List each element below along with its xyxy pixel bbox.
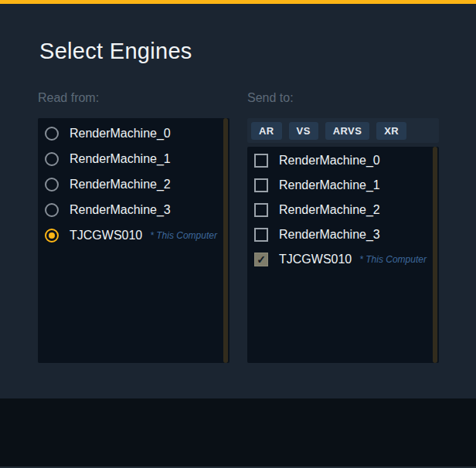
engine-name: RenderMachine_0 xyxy=(70,127,171,141)
engine-name: RenderMachine_0 xyxy=(279,154,380,168)
radio-button[interactable] xyxy=(45,127,59,141)
checkbox-list-item[interactable]: ✓TJCGWS010* This Computer xyxy=(247,247,439,272)
radio-list-item[interactable]: RenderMachine_1 xyxy=(38,146,230,171)
dialog-footer: Cancel Confirm xyxy=(0,398,476,468)
filter-chip-row: ARVSARVSXR xyxy=(247,118,439,143)
filter-chip-arvs[interactable]: ARVS xyxy=(325,122,369,140)
radio-list-item[interactable]: TJCGWS010* This Computer xyxy=(38,222,230,248)
filter-chip-vs[interactable]: VS xyxy=(289,122,318,140)
radio-list-item[interactable]: RenderMachine_2 xyxy=(38,171,230,197)
read-from-label: Read from: xyxy=(38,91,99,105)
radio-button[interactable] xyxy=(45,203,59,217)
send-to-label: Send to: xyxy=(247,91,294,105)
radio-list-item[interactable]: RenderMachine_0 xyxy=(38,120,230,146)
accent-top-bar xyxy=(0,0,476,4)
engine-name: RenderMachine_3 xyxy=(279,228,380,242)
this-computer-note: * This Computer xyxy=(150,230,217,241)
checkbox-list-item[interactable]: RenderMachine_2 xyxy=(247,198,439,222)
checkbox[interactable] xyxy=(254,228,268,242)
radio-list: RenderMachine_0RenderMachine_1RenderMach… xyxy=(38,118,230,248)
checkbox-list-item[interactable]: RenderMachine_1 xyxy=(247,173,439,198)
dialog-title: Select Engines xyxy=(39,39,192,64)
checkbox[interactable] xyxy=(254,178,268,192)
checkbox[interactable] xyxy=(254,154,268,168)
engine-name: RenderMachine_1 xyxy=(279,178,380,192)
checkbox-list-item[interactable]: RenderMachine_0 xyxy=(247,148,439,173)
scrollbar[interactable] xyxy=(223,118,228,363)
filter-chip-ar[interactable]: AR xyxy=(251,122,282,140)
engine-name: RenderMachine_3 xyxy=(70,203,171,217)
scrollbar[interactable] xyxy=(433,147,437,363)
read-from-panel: RenderMachine_0RenderMachine_1RenderMach… xyxy=(38,118,230,363)
engine-name: RenderMachine_2 xyxy=(70,178,171,192)
engine-name: RenderMachine_1 xyxy=(70,152,171,166)
checkbox-list: RenderMachine_0RenderMachine_1RenderMach… xyxy=(247,147,439,272)
checkbox-checked[interactable]: ✓ xyxy=(254,253,268,266)
engine-name: TJCGWS010 xyxy=(279,253,352,266)
radio-button-selected[interactable] xyxy=(45,229,59,242)
radio-button[interactable] xyxy=(45,178,59,192)
send-to-panel: RenderMachine_0RenderMachine_1RenderMach… xyxy=(247,147,439,363)
select-engines-dialog: Select Engines Read from: Send to: Rende… xyxy=(0,0,476,468)
radio-button[interactable] xyxy=(45,152,59,166)
filter-chip-xr[interactable]: XR xyxy=(376,122,406,140)
checkbox-list-item[interactable]: RenderMachine_3 xyxy=(247,222,439,247)
check-icon: ✓ xyxy=(257,254,266,265)
engine-name: RenderMachine_2 xyxy=(279,203,380,217)
checkbox[interactable] xyxy=(254,203,268,217)
engine-name: TJCGWS010 xyxy=(70,229,142,242)
radio-list-item[interactable]: RenderMachine_3 xyxy=(38,197,230,222)
this-computer-note: * This Computer xyxy=(359,254,427,265)
